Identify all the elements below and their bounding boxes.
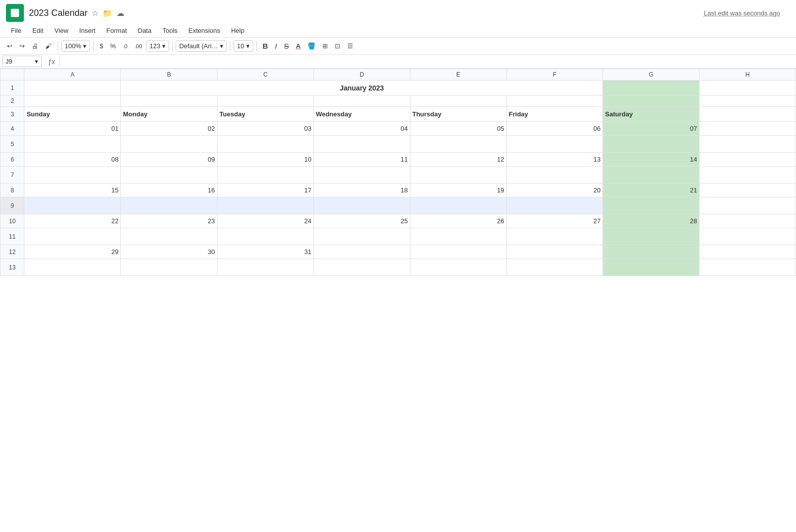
cell-E9[interactable]: [410, 197, 506, 214]
cell-A6[interactable]: 08: [24, 153, 121, 167]
row-header-8[interactable]: 8: [0, 183, 24, 197]
cell-E13[interactable]: [410, 259, 506, 276]
cell-C12[interactable]: 31: [217, 245, 314, 259]
row-header-13[interactable]: 13: [0, 259, 24, 276]
cell-C13[interactable]: [217, 259, 314, 276]
cell-C8[interactable]: 17: [217, 183, 314, 197]
col-header-G[interactable]: G: [603, 69, 699, 81]
print-button[interactable]: 🖨: [29, 40, 41, 52]
decimal-less-button[interactable]: .0: [120, 41, 130, 51]
cell-G3-saturday[interactable]: Saturday: [603, 107, 699, 122]
menu-edit[interactable]: Edit: [27, 25, 48, 36]
star-icon[interactable]: ☆: [92, 8, 99, 18]
cell-B8[interactable]: 16: [121, 183, 217, 197]
col-header-H[interactable]: H: [699, 69, 796, 81]
cell-F9[interactable]: [506, 197, 603, 214]
cloud-icon[interactable]: ☁: [116, 8, 124, 18]
row-header-10[interactable]: 10: [0, 214, 24, 228]
cell-A9[interactable]: [24, 197, 121, 214]
cell-D3-wednesday[interactable]: Wednesday: [313, 107, 410, 122]
undo-button[interactable]: ↩: [4, 40, 15, 52]
cell-H10[interactable]: [699, 214, 796, 228]
cell-E8[interactable]: 19: [410, 183, 506, 197]
cell-G13[interactable]: [603, 259, 699, 276]
strikethrough-button[interactable]: S: [281, 40, 292, 52]
cell-G7[interactable]: [603, 167, 699, 183]
menu-view[interactable]: View: [49, 25, 73, 36]
cell-D5[interactable]: [313, 136, 410, 153]
cell-F2[interactable]: [506, 95, 603, 107]
folder-icon[interactable]: 📁: [102, 8, 112, 18]
cell-H2[interactable]: [699, 95, 796, 107]
cell-F8[interactable]: 20: [506, 183, 603, 197]
cell-A7[interactable]: [24, 167, 121, 183]
cell-B2[interactable]: [121, 95, 217, 107]
cell-H4[interactable]: [699, 122, 796, 136]
menu-tools[interactable]: Tools: [157, 25, 182, 36]
decimal-more-button[interactable]: .00: [131, 41, 145, 51]
cell-G8[interactable]: 21: [603, 183, 699, 197]
cell-B4[interactable]: 02: [121, 122, 217, 136]
cell-D4[interactable]: 04: [313, 122, 410, 136]
redo-button[interactable]: ↪: [16, 40, 28, 52]
currency-button[interactable]: $: [97, 40, 106, 52]
cell-C3-tuesday[interactable]: Tuesday: [217, 107, 314, 122]
cell-C6[interactable]: 10: [217, 153, 314, 167]
percent-button[interactable]: %: [107, 40, 119, 52]
cell-B6[interactable]: 09: [121, 153, 217, 167]
row-header-12[interactable]: 12: [0, 245, 24, 259]
cell-A10[interactable]: 22: [24, 214, 121, 228]
menu-help[interactable]: Help: [226, 25, 249, 36]
cell-A11[interactable]: [24, 228, 121, 245]
cell-F13[interactable]: [506, 259, 603, 276]
cell-A3-sunday[interactable]: Sunday: [24, 107, 121, 122]
menu-insert[interactable]: Insert: [74, 25, 100, 36]
cell-F6[interactable]: 13: [506, 153, 603, 167]
col-header-D[interactable]: D: [313, 69, 410, 81]
row-header-3[interactable]: 3: [0, 107, 24, 122]
cell-B3-monday[interactable]: Monday: [121, 107, 217, 122]
paint-format-button[interactable]: 🖌: [42, 40, 55, 52]
cell-A5[interactable]: [24, 136, 121, 153]
cell-A8[interactable]: 15: [24, 183, 121, 197]
cell-A2[interactable]: [24, 95, 121, 107]
row-header-4[interactable]: 4: [0, 122, 24, 136]
menu-data[interactable]: Data: [133, 25, 156, 36]
borders-button[interactable]: ⊞: [319, 40, 331, 52]
row-header-5[interactable]: 5: [0, 136, 24, 153]
row-header-7[interactable]: 7: [0, 167, 24, 183]
cell-D7[interactable]: [313, 167, 410, 183]
cell-A12[interactable]: 29: [24, 245, 121, 259]
cell-G4[interactable]: 07: [603, 122, 699, 136]
cell-D6[interactable]: 11: [313, 153, 410, 167]
format-number-select[interactable]: 123 ▾: [146, 40, 170, 52]
cell-B9[interactable]: [121, 197, 217, 214]
row-header-6[interactable]: 6: [0, 153, 24, 167]
cell-G12[interactable]: [603, 245, 699, 259]
cell-D11[interactable]: [313, 228, 410, 245]
cell-G11[interactable]: [603, 228, 699, 245]
cell-D10[interactable]: 25: [313, 214, 410, 228]
cell-ref-dropdown[interactable]: ▾: [35, 58, 38, 65]
align-button[interactable]: ☰: [344, 40, 356, 52]
font-select[interactable]: Default (Ari… ▾: [176, 40, 227, 52]
cell-H12[interactable]: [699, 245, 796, 259]
cell-E5[interactable]: [410, 136, 506, 153]
cell-D12[interactable]: [313, 245, 410, 259]
cell-E2[interactable]: [410, 95, 506, 107]
cell-B7[interactable]: [121, 167, 217, 183]
cell-B13[interactable]: [121, 259, 217, 276]
row-header-9[interactable]: 9: [0, 197, 24, 214]
cell-C10[interactable]: 24: [217, 214, 314, 228]
cell-D9[interactable]: [313, 197, 410, 214]
cell-G2[interactable]: [603, 95, 699, 107]
menu-file[interactable]: File: [6, 25, 26, 36]
cell-H13[interactable]: [699, 259, 796, 276]
col-header-F[interactable]: F: [506, 69, 603, 81]
cell-E12[interactable]: [410, 245, 506, 259]
cell-G6[interactable]: 14: [603, 153, 699, 167]
menu-extensions[interactable]: Extensions: [184, 25, 225, 36]
cell-F4[interactable]: 06: [506, 122, 603, 136]
menu-format[interactable]: Format: [101, 25, 132, 36]
text-color-button[interactable]: A: [293, 40, 303, 52]
